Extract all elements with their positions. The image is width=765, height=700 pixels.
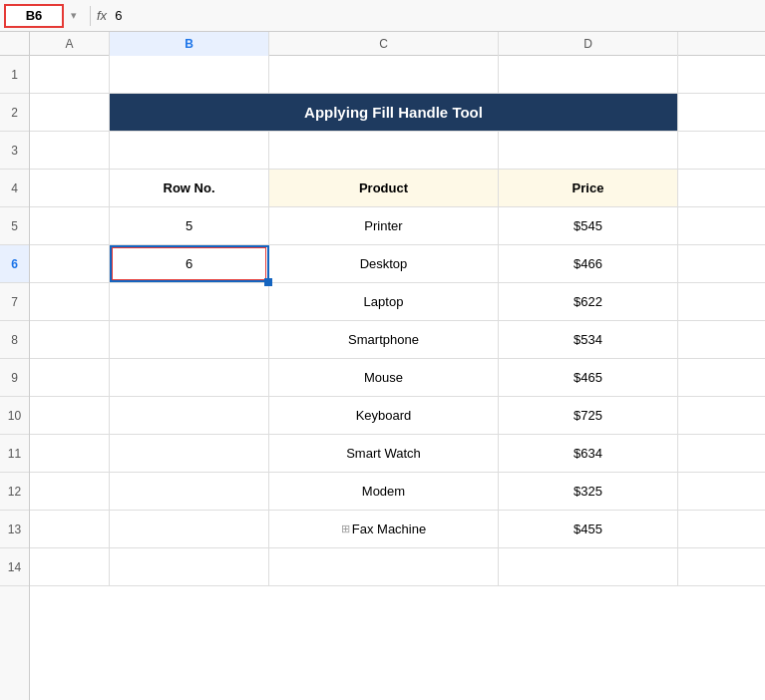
cell-b11[interactable] <box>110 435 269 472</box>
main-grid: A B C D Applying Fill Handle Tool <box>30 32 765 700</box>
grid-rows: Applying Fill Handle Tool Row No. Produc… <box>30 56 765 700</box>
table-row: 6 Desktop $466 <box>30 245 765 283</box>
cell-a14[interactable] <box>30 548 110 585</box>
cell-c14[interactable] <box>269 548 499 585</box>
cell-b6[interactable]: 6 <box>110 245 269 282</box>
spreadsheet: B6 ▾ fx 6 1 2 3 4 5 6 7 8 9 10 11 12 13 … <box>0 0 765 700</box>
cell-b12[interactable] <box>110 473 269 510</box>
table-row: Modem $325 <box>30 473 765 511</box>
cell-d8[interactable]: $534 <box>499 321 678 358</box>
cell-d13[interactable]: $455 <box>499 511 678 547</box>
cell-b10[interactable] <box>110 397 269 434</box>
cell-a6[interactable] <box>30 245 110 282</box>
cell-d14[interactable] <box>499 548 678 585</box>
cell-name-box[interactable]: B6 <box>4 4 64 28</box>
table-row: Applying Fill Handle Tool <box>30 94 765 132</box>
cell-c8[interactable]: Smartphone <box>269 321 499 358</box>
row-num-6[interactable]: 6 <box>0 245 29 283</box>
col-header-c[interactable]: C <box>269 32 499 56</box>
row-num-12[interactable]: 12 <box>0 473 29 511</box>
cell-a8[interactable] <box>30 321 110 358</box>
cell-c10[interactable]: Keyboard <box>269 397 499 434</box>
col-headers: A B C D <box>30 32 765 56</box>
table-row <box>30 56 765 94</box>
cell-a13[interactable] <box>30 511 110 547</box>
cell-c1[interactable] <box>269 56 499 93</box>
cell-d5[interactable]: $545 <box>499 207 678 244</box>
row-num-5[interactable]: 5 <box>0 207 29 245</box>
col-header-b[interactable]: B <box>110 32 269 56</box>
title-cell: Applying Fill Handle Tool <box>110 94 678 131</box>
cell-a10[interactable] <box>30 397 110 434</box>
cell-a11[interactable] <box>30 435 110 472</box>
cell-a12[interactable] <box>30 473 110 510</box>
cell-c9[interactable]: Mouse <box>269 359 499 396</box>
cell-d12[interactable]: $325 <box>499 473 678 510</box>
cell-b3[interactable] <box>110 132 269 169</box>
cell-d4[interactable]: Price <box>499 170 678 206</box>
cell-b8[interactable] <box>110 321 269 358</box>
fx-label: fx <box>97 8 107 23</box>
fill-handle[interactable] <box>264 278 272 286</box>
grid-area: 1 2 3 4 5 6 7 8 9 10 11 12 13 14 A B C D <box>0 32 765 700</box>
divider <box>90 6 91 26</box>
cell-a2[interactable] <box>30 94 110 131</box>
cell-a9[interactable] <box>30 359 110 396</box>
cell-b13[interactable] <box>110 511 269 547</box>
table-row: 5 Printer $545 <box>30 207 765 245</box>
cell-d11[interactable]: $634 <box>499 435 678 472</box>
cell-d9[interactable]: $465 <box>499 359 678 396</box>
cell-b14[interactable] <box>110 548 269 585</box>
cell-b7[interactable] <box>110 283 269 320</box>
formula-value: 6 <box>115 8 122 23</box>
cell-d7[interactable]: $622 <box>499 283 678 320</box>
table-row: Keyboard $725 <box>30 397 765 435</box>
cell-d6[interactable]: $466 <box>499 245 678 282</box>
cell-a1[interactable] <box>30 56 110 93</box>
table-row: Row No. Product Price <box>30 170 765 207</box>
table-row <box>30 548 765 586</box>
dropdown-arrow[interactable]: ▾ <box>64 9 84 22</box>
row-num-13[interactable]: 13 <box>0 511 29 548</box>
row-numbers: 1 2 3 4 5 6 7 8 9 10 11 12 13 14 <box>0 32 30 700</box>
row-num-7[interactable]: 7 <box>0 283 29 321</box>
cell-d3[interactable] <box>499 132 678 169</box>
cell-a4[interactable] <box>30 170 110 206</box>
row-num-8[interactable]: 8 <box>0 321 29 359</box>
cell-a7[interactable] <box>30 283 110 320</box>
cell-b4[interactable]: Row No. <box>110 170 269 206</box>
row-num-11[interactable]: 11 <box>0 435 29 473</box>
cell-c13[interactable]: ⊞ Fax Machine <box>269 511 499 547</box>
cell-b5[interactable]: 5 <box>110 207 269 244</box>
table-row: Smart Watch $634 <box>30 435 765 473</box>
cell-b9[interactable] <box>110 359 269 396</box>
cell-c12[interactable]: Modem <box>269 473 499 510</box>
cell-c5[interactable]: Printer <box>269 207 499 244</box>
cell-c11[interactable]: Smart Watch <box>269 435 499 472</box>
row-num-2[interactable]: 2 <box>0 94 29 132</box>
cell-d10[interactable]: $725 <box>499 397 678 434</box>
cell-d1[interactable] <box>499 56 678 93</box>
cell-c6[interactable]: Desktop <box>269 245 499 282</box>
row-num-3[interactable]: 3 <box>0 132 29 170</box>
cell-c3[interactable] <box>269 132 499 169</box>
cell-c4[interactable]: Product <box>269 170 499 206</box>
cell-b1[interactable] <box>110 56 269 93</box>
row-num-14[interactable]: 14 <box>0 548 29 586</box>
table-row: ⊞ Fax Machine $455 <box>30 511 765 548</box>
col-header-d[interactable]: D <box>499 32 678 56</box>
cell-c7[interactable]: Laptop <box>269 283 499 320</box>
fax-machine-label: Fax Machine <box>352 522 426 536</box>
cell-a5[interactable] <box>30 207 110 244</box>
cell-a3[interactable] <box>30 132 110 169</box>
table-row: Smartphone $534 <box>30 321 765 359</box>
row-num-10[interactable]: 10 <box>0 397 29 435</box>
table-row: Mouse $465 <box>30 359 765 397</box>
table-row: Laptop $622 <box>30 283 765 321</box>
corner-cell <box>0 32 29 56</box>
row-num-4[interactable]: 4 <box>0 170 29 207</box>
row-num-1[interactable]: 1 <box>0 56 29 94</box>
col-header-a[interactable]: A <box>30 32 110 56</box>
formula-bar: B6 ▾ fx 6 <box>0 0 765 32</box>
row-num-9[interactable]: 9 <box>0 359 29 397</box>
